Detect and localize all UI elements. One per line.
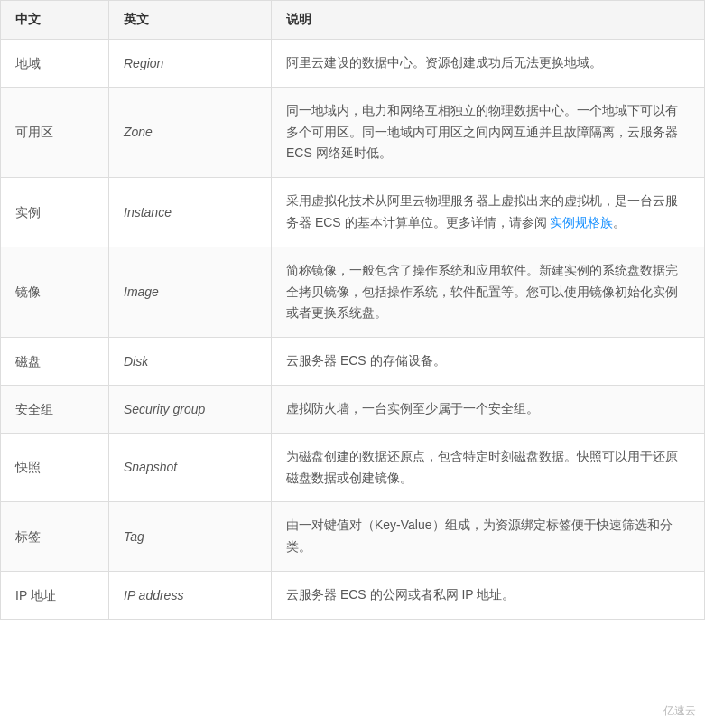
cell-chinese: IP 地址: [1, 571, 109, 619]
main-container: 中文 英文 说明 地域Region阿里云建设的数据中心。资源创建成功后无法更换地…: [0, 0, 705, 620]
cell-english: Disk: [109, 338, 272, 386]
table-row: 可用区Zone同一地域内，电力和网络互相独立的物理数据中心。一个地域下可以有多个…: [1, 87, 705, 177]
cell-description: 虚拟防火墙，一台实例至少属于一个安全组。: [272, 385, 705, 433]
header-chinese: 中文: [1, 1, 109, 40]
table-row: 快照Snapshot为磁盘创建的数据还原点，包含特定时刻磁盘数据。快照可以用于还…: [1, 433, 705, 502]
cell-chinese: 快照: [1, 433, 109, 502]
cell-description: 云服务器 ECS 的存储设备。: [272, 338, 705, 386]
table-header-row: 中文 英文 说明: [1, 1, 705, 40]
cell-english: Instance: [109, 178, 272, 247]
desc-text-after: 。: [613, 215, 626, 229]
cell-description: 简称镜像，一般包含了操作系统和应用软件。新建实例的系统盘数据完全拷贝镜像，包括操…: [272, 247, 705, 337]
table-row: 安全组Security group虚拟防火墙，一台实例至少属于一个安全组。: [1, 385, 705, 433]
cell-chinese: 可用区: [1, 87, 109, 177]
instance-spec-link[interactable]: 实例规格族: [550, 215, 613, 229]
cell-description: 由一对键值对（Key-Value）组成，为资源绑定标签便于快速筛选和分类。: [272, 502, 705, 572]
cell-english: Snapshot: [109, 433, 272, 502]
cell-description: 同一地域内，电力和网络互相独立的物理数据中心。一个地域下可以有多个可用区。同一地…: [272, 87, 705, 177]
cell-chinese: 安全组: [1, 385, 109, 433]
header-description: 说明: [272, 1, 705, 40]
cell-chinese: 标签: [1, 502, 109, 572]
header-english: 英文: [109, 1, 272, 40]
table-row: 磁盘Disk云服务器 ECS 的存储设备。: [1, 338, 705, 386]
cell-english: IP address: [109, 571, 272, 619]
table-row: IP 地址IP address云服务器 ECS 的公网或者私网 IP 地址。: [1, 571, 705, 619]
cell-description: 采用虚拟化技术从阿里云物理服务器上虚拟出来的虚拟机，是一台云服务器 ECS 的基…: [272, 178, 705, 247]
cell-chinese: 镜像: [1, 247, 109, 337]
cell-description: 阿里云建设的数据中心。资源创建成功后无法更换地域。: [272, 40, 705, 88]
cell-chinese: 磁盘: [1, 338, 109, 386]
glossary-table: 中文 英文 说明 地域Region阿里云建设的数据中心。资源创建成功后无法更换地…: [0, 0, 705, 620]
table-row: 地域Region阿里云建设的数据中心。资源创建成功后无法更换地域。: [1, 40, 705, 88]
cell-english: Tag: [109, 502, 272, 572]
cell-english: Region: [109, 40, 272, 88]
cell-english: Image: [109, 247, 272, 337]
cell-english: Security group: [109, 385, 272, 433]
table-row: 实例Instance采用虚拟化技术从阿里云物理服务器上虚拟出来的虚拟机，是一台云…: [1, 178, 705, 247]
cell-chinese: 地域: [1, 40, 109, 88]
table-row: 标签Tag由一对键值对（Key-Value）组成，为资源绑定标签便于快速筛选和分…: [1, 502, 705, 572]
cell-description: 云服务器 ECS 的公网或者私网 IP 地址。: [272, 571, 705, 619]
cell-description: 为磁盘创建的数据还原点，包含特定时刻磁盘数据。快照可以用于还原磁盘数据或创建镜像…: [272, 433, 705, 502]
table-row: 镜像Image简称镜像，一般包含了操作系统和应用软件。新建实例的系统盘数据完全拷…: [1, 247, 705, 337]
cell-english: Zone: [109, 87, 272, 177]
cell-chinese: 实例: [1, 178, 109, 247]
